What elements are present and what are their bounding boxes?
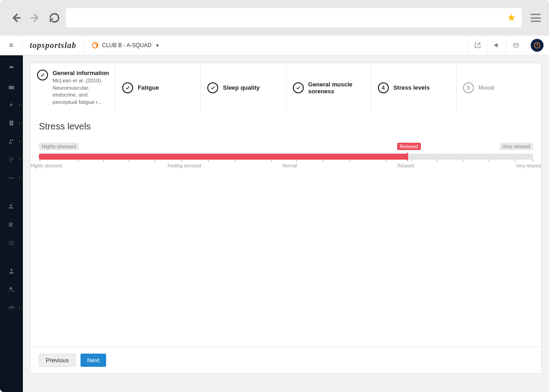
svg-point-5 xyxy=(10,140,11,141)
slider-track[interactable] xyxy=(39,154,533,160)
sidebar-item-library[interactable] xyxy=(0,215,23,234)
slider-max-badge: Very relaxed xyxy=(500,143,533,150)
step-sleep-quality[interactable]: Sleep quality xyxy=(201,63,286,112)
slider-fill xyxy=(39,154,407,160)
sidebar-item-admin[interactable] xyxy=(0,280,23,299)
slider-tick xyxy=(103,160,104,162)
sidebar-item-fitness[interactable]: › xyxy=(0,169,23,187)
svg-point-16 xyxy=(12,290,14,292)
slider-tick xyxy=(154,160,155,162)
slider-tick xyxy=(411,160,412,162)
step-number-icon: 5 xyxy=(463,82,474,93)
wizard-footer: Previous Next xyxy=(31,347,541,373)
step-title: General muscle soreness xyxy=(308,81,366,95)
slider-tick xyxy=(39,160,40,162)
step-title: Mood xyxy=(479,84,495,91)
sidebar-item-checklist[interactable] xyxy=(0,234,23,252)
check-icon xyxy=(207,82,218,93)
svg-rect-7 xyxy=(9,177,10,179)
slider-tick xyxy=(235,160,236,162)
svg-rect-3 xyxy=(9,84,14,86)
slider-tick-label: Relaxed xyxy=(397,163,414,168)
step-number-icon: 4 xyxy=(378,82,389,93)
check-icon xyxy=(37,70,48,81)
stress-slider[interactable]: Highly stressed Relaxed Very relaxed Hig… xyxy=(39,140,533,172)
browser-chrome: ★ xyxy=(0,0,549,36)
sidebar-item-team[interactable]: › xyxy=(0,132,23,150)
browser-url-bar[interactable]: ★ xyxy=(66,8,522,27)
next-button[interactable]: Next xyxy=(81,354,107,367)
slider-tick xyxy=(436,160,437,162)
sidebar-item-user-add[interactable] xyxy=(0,197,23,215)
step-title: General information xyxy=(53,70,110,76)
slider-tick xyxy=(463,160,463,162)
slider-ticks: Highly stressedFeeling stressedNormalRel… xyxy=(31,160,541,172)
browser-reload-button[interactable] xyxy=(47,10,62,26)
club-icon xyxy=(92,42,98,48)
step-general-info[interactable]: General information McLean et al. (2010)… xyxy=(31,63,116,112)
question-section: Stress levels Highly stressed Relaxed Ve… xyxy=(31,112,541,178)
svg-rect-13 xyxy=(11,222,13,226)
sidebar-item-calendar[interactable] xyxy=(0,77,23,96)
step-stress-levels[interactable]: 4 Stress levels xyxy=(371,63,457,112)
app-topbar: ≡ topsportslab CLUB B - A-SQUAD ▼ xyxy=(0,36,549,55)
app-logo[interactable]: topsportslab xyxy=(23,36,84,55)
sidebar-toggle-button[interactable]: ≡ xyxy=(0,36,23,55)
slider-tick xyxy=(533,160,533,162)
sidebar-item-activity[interactable]: › xyxy=(0,96,23,114)
main-content: General information McLean et al. (2010)… xyxy=(23,55,549,392)
svg-rect-12 xyxy=(11,222,11,226)
previous-button[interactable]: Previous xyxy=(39,354,76,367)
user-avatar[interactable] xyxy=(531,39,544,52)
mail-icon[interactable] xyxy=(506,36,525,55)
slider-tick xyxy=(181,160,182,162)
section-title: Stress levels xyxy=(39,121,533,132)
slider-tick xyxy=(349,160,350,162)
questionnaire-card: General information McLean et al. (2010)… xyxy=(30,63,542,374)
step-subtitle: McLean et al. (2010). Neuromuscular, end… xyxy=(53,77,110,106)
step-mood[interactable]: 5 Mood xyxy=(457,63,541,112)
browser-menu-button[interactable] xyxy=(531,14,541,22)
bookmark-star-icon[interactable]: ★ xyxy=(507,12,516,24)
sidebar-item-profile[interactable] xyxy=(0,262,23,280)
announce-icon[interactable] xyxy=(487,36,506,55)
step-title: Sleep quality xyxy=(223,84,259,91)
step-fatigue[interactable]: Fatigue xyxy=(116,63,201,112)
sidebar-item-medical[interactable]: › xyxy=(0,114,23,132)
step-muscle-soreness[interactable]: General muscle soreness xyxy=(286,63,371,112)
slider-tick xyxy=(208,160,209,162)
slider-tick-label: Normal xyxy=(282,163,297,168)
slider-tick xyxy=(271,160,272,162)
svg-point-15 xyxy=(10,287,12,290)
browser-back-button[interactable] xyxy=(8,10,24,26)
svg-rect-8 xyxy=(13,177,14,179)
svg-point-10 xyxy=(10,204,12,206)
slider-tick xyxy=(129,160,129,162)
slider-tick xyxy=(323,160,323,162)
slider-tick-label: Feeling stressed xyxy=(167,163,201,168)
svg-rect-11 xyxy=(9,222,10,226)
slider-tick xyxy=(489,160,490,162)
browser-forward-button[interactable] xyxy=(27,10,43,26)
slider-tick-label: Very relaxed xyxy=(516,163,541,168)
check-icon xyxy=(122,82,133,93)
slider-tick xyxy=(296,160,297,162)
sidebar-item-balance[interactable]: › xyxy=(0,299,23,317)
slider-tick xyxy=(515,160,516,162)
slider-value-badge: Relaxed xyxy=(397,143,421,150)
external-link-icon[interactable] xyxy=(468,36,487,55)
check-icon xyxy=(293,82,304,93)
club-label: CLUB B - A-SQUAD xyxy=(102,42,151,48)
slider-tick-label: Highly stressed xyxy=(31,163,62,168)
slider-tick xyxy=(386,160,387,162)
sidebar: › › › › › › xyxy=(0,55,23,392)
club-selector[interactable]: CLUB B - A-SQUAD ▼ xyxy=(84,36,168,55)
svg-point-14 xyxy=(11,269,13,271)
svg-rect-9 xyxy=(10,178,13,178)
slider-tick xyxy=(78,160,79,162)
sidebar-item-dashboard[interactable] xyxy=(0,59,23,77)
step-title: Fatigue xyxy=(138,84,159,91)
wizard-steps: General information McLean et al. (2010)… xyxy=(31,63,541,112)
chevron-down-icon: ▼ xyxy=(155,43,160,48)
sidebar-item-list[interactable]: › xyxy=(0,150,23,169)
